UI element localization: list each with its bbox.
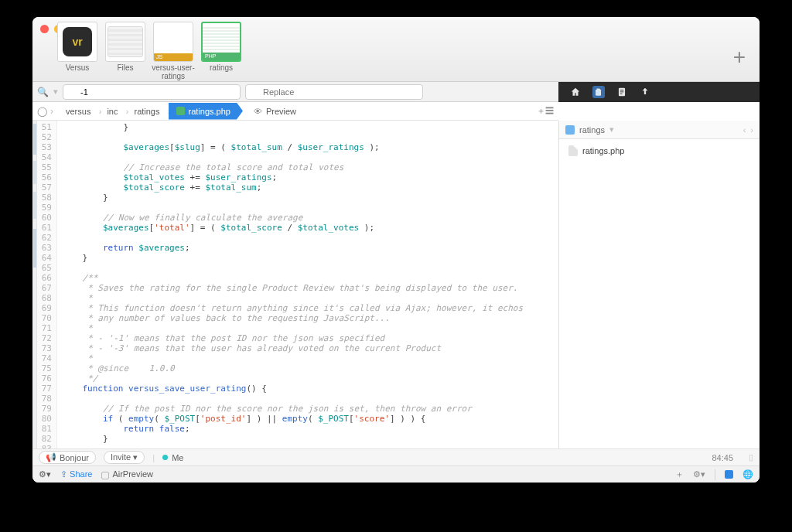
- home-icon[interactable]: [569, 86, 582, 98]
- nav-back-button[interactable]: ‹: [743, 125, 746, 135]
- cursor-position: 84:45: [712, 453, 733, 462]
- view-mode-web-button[interactable]: 🌐: [742, 469, 753, 479]
- php-file-icon: [176, 107, 185, 115]
- crumb-label: ratings.php: [189, 107, 230, 116]
- files-thumb-icon: [108, 26, 143, 57]
- tab-versus[interactable]: vr Versus: [56, 22, 99, 80]
- tab-label: Versus: [66, 63, 90, 79]
- symbol-nav-icon[interactable]: ◯: [37, 106, 47, 117]
- file-type-js-badge: JS: [154, 53, 193, 61]
- line-gutter: 51 52 53 54 55 56 57 58 59 60 61 62 63 6…: [37, 121, 57, 448]
- find-input[interactable]: [63, 84, 241, 100]
- upload-icon[interactable]: [639, 86, 651, 98]
- chevron-right-icon[interactable]: ›: [50, 106, 53, 117]
- open-documents: vr Versus Files JS versus-user- ratings …: [56, 22, 243, 80]
- crumb-ratings-php[interactable]: ratings.php: [169, 103, 243, 120]
- document-icon[interactable]: [616, 86, 628, 98]
- tab-files[interactable]: Files: [104, 22, 147, 80]
- file-browser: ratings ▾ ‹ › ratings.php: [558, 121, 760, 448]
- new-tab-button[interactable]: +: [733, 45, 746, 70]
- svg-rect-3: [620, 94, 623, 94]
- right-action-bar: [558, 82, 760, 102]
- bonjour-button[interactable]: 📢 Bonjour: [39, 451, 96, 464]
- svg-rect-1: [620, 90, 624, 90]
- crumb-label: Preview: [266, 107, 296, 116]
- tab-ratings-php[interactable]: PHP ratings: [200, 22, 243, 80]
- crumb-versus[interactable]: versus: [58, 103, 99, 120]
- eye-icon: 👁: [254, 107, 262, 116]
- crumb-ratings[interactable]: ratings: [126, 103, 168, 120]
- add-symbol-button[interactable]: ＋☰: [537, 105, 554, 117]
- me-indicator: Me: [162, 453, 183, 462]
- view-mode-files-button[interactable]: [725, 470, 733, 479]
- tab-label: versus-user- ratings: [152, 63, 195, 80]
- presence-dot-icon: [162, 455, 168, 460]
- search-icon: 🔍: [37, 87, 49, 97]
- collaboration-bar: 📢 Bonjour Invite ▾ | Me 84:45 ▯: [32, 448, 760, 466]
- invite-button[interactable]: Invite ▾: [104, 451, 145, 464]
- tab-label: ratings: [210, 63, 233, 79]
- close-window-button[interactable]: [40, 25, 49, 33]
- status-bar: ⚙︎▾ ⇪ Share AirPreview ＋ ⚙︎▾ 🌐: [32, 466, 760, 483]
- breadcrumb-bar: ◯ › versus inc ratings ratings.php 👁 Pre…: [32, 102, 558, 121]
- split-editor-button[interactable]: ▯: [749, 452, 753, 462]
- settings-gear-icon[interactable]: ⚙︎▾: [39, 469, 51, 479]
- bonjour-icon: 📢: [46, 452, 56, 462]
- tab-versus-user-ratings-js[interactable]: JS versus-user- ratings: [152, 22, 195, 80]
- folder-name[interactable]: ratings: [579, 125, 605, 135]
- panel-settings-icon[interactable]: ⚙︎▾: [693, 469, 705, 479]
- tab-label: Files: [117, 63, 133, 79]
- main-split: 51 52 53 54 55 56 57 58 59 60 61 62 63 6…: [32, 121, 760, 448]
- share-button[interactable]: ⇪ Share: [60, 469, 92, 479]
- app-window: vr Versus Files JS versus-user- ratings …: [32, 17, 760, 483]
- dropdown-icon[interactable]: ▾: [609, 124, 614, 135]
- nav-forward-button[interactable]: ›: [750, 125, 753, 135]
- airpreview-toggle[interactable]: AirPreview: [101, 469, 153, 479]
- versus-app-icon: vr: [63, 27, 92, 56]
- file-name: ratings.php: [582, 146, 624, 155]
- replace-input[interactable]: [245, 84, 423, 100]
- file-row[interactable]: ratings.php: [565, 144, 753, 158]
- titlebar: vr Versus Files JS versus-user- ratings …: [32, 17, 760, 82]
- crumb-inc[interactable]: inc: [99, 103, 126, 120]
- svg-rect-2: [620, 91, 624, 92]
- file-icon: [568, 145, 578, 156]
- folder-icon: [565, 125, 575, 135]
- add-button[interactable]: ＋: [675, 469, 684, 480]
- file-type-php-badge: PHP: [203, 53, 240, 60]
- files-panel-icon[interactable]: [592, 86, 605, 98]
- editor: 51 52 53 54 55 56 57 58 59 60 61 62 63 6…: [32, 121, 558, 448]
- crumb-preview[interactable]: 👁 Preview: [243, 103, 304, 120]
- code-area[interactable]: } $averages[$slug] = ( $total_sum / $use…: [57, 121, 558, 448]
